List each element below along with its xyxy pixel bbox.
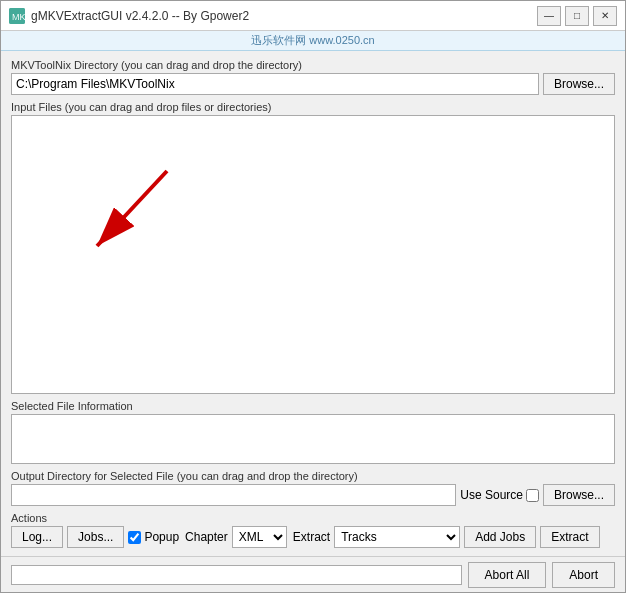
arrow-indicator (72, 156, 192, 279)
main-content: MKVToolNix Directory (you can drag and d… (1, 51, 625, 556)
popup-checkbox[interactable] (128, 531, 141, 544)
popup-label: Popup (144, 530, 179, 544)
tracks-select[interactable]: Tracks Tags Cues Timestamps Cues+Timesta… (334, 526, 460, 548)
title-bar: MK gMKVExtractGUI v2.4.2.0 -- By Gpower2… (1, 1, 625, 31)
minimize-button[interactable]: — (537, 6, 561, 26)
output-dir-section: Output Directory for Selected File (you … (11, 470, 615, 506)
xml-select[interactable]: XML OGM CUE (232, 526, 287, 548)
actions-row: Log... Jobs... Popup Chapter XML OGM CUE… (11, 526, 615, 548)
abort-all-button[interactable]: Abort All (468, 562, 547, 588)
watermark-text: 迅乐软件网 www.0250.cn (251, 34, 374, 46)
output-dir-label: Output Directory for Selected File (you … (11, 470, 615, 482)
output-dir-input[interactable] (11, 484, 456, 506)
extract-button[interactable]: Extract (540, 526, 599, 548)
output-browse-button[interactable]: Browse... (543, 484, 615, 506)
svg-text:MK: MK (12, 12, 25, 22)
jobs-button[interactable]: Jobs... (67, 526, 124, 548)
progress-bar (11, 565, 462, 585)
maximize-button[interactable]: □ (565, 6, 589, 26)
use-source-text: Use Source (460, 488, 523, 502)
close-button[interactable]: ✕ (593, 6, 617, 26)
input-files-box[interactable] (11, 115, 615, 394)
use-source-label: Use Source (460, 488, 539, 502)
window-controls: — □ ✕ (537, 6, 617, 26)
window-title: gMKVExtractGUI v2.4.2.0 -- By Gpower2 (31, 9, 537, 23)
app-icon: MK (9, 8, 25, 24)
selected-file-box (11, 414, 615, 464)
abort-button[interactable]: Abort (552, 562, 615, 588)
selected-file-label: Selected File Information (11, 400, 615, 412)
mkvtoolnix-row: Browse... (11, 73, 615, 95)
mkvtoolnix-browse-button[interactable]: Browse... (543, 73, 615, 95)
mkvtoolnix-label: MKVToolNix Directory (you can drag and d… (11, 59, 615, 71)
log-button[interactable]: Log... (11, 526, 63, 548)
extract-label: Extract (293, 530, 330, 544)
bottom-bar: Abort All Abort (1, 556, 625, 592)
mkvtoolnix-section: MKVToolNix Directory (you can drag and d… (11, 59, 615, 95)
svg-line-3 (97, 171, 167, 246)
mkvtoolnix-input[interactable] (11, 73, 539, 95)
output-dir-row: Use Source Browse... (11, 484, 615, 506)
popup-label-container: Popup (128, 530, 179, 544)
use-source-checkbox[interactable] (526, 489, 539, 502)
input-files-section: Input Files (you can drag and drop files… (11, 101, 615, 394)
selected-file-section: Selected File Information (11, 400, 615, 464)
actions-label: Actions (11, 512, 615, 524)
input-files-label: Input Files (you can drag and drop files… (11, 101, 615, 113)
actions-section: Actions Log... Jobs... Popup Chapter XML… (11, 512, 615, 548)
chapter-label: Chapter (185, 530, 228, 544)
add-jobs-button[interactable]: Add Jobs (464, 526, 536, 548)
main-window: MK gMKVExtractGUI v2.4.2.0 -- By Gpower2… (0, 0, 626, 593)
watermark-bar: 迅乐软件网 www.0250.cn (1, 31, 625, 51)
